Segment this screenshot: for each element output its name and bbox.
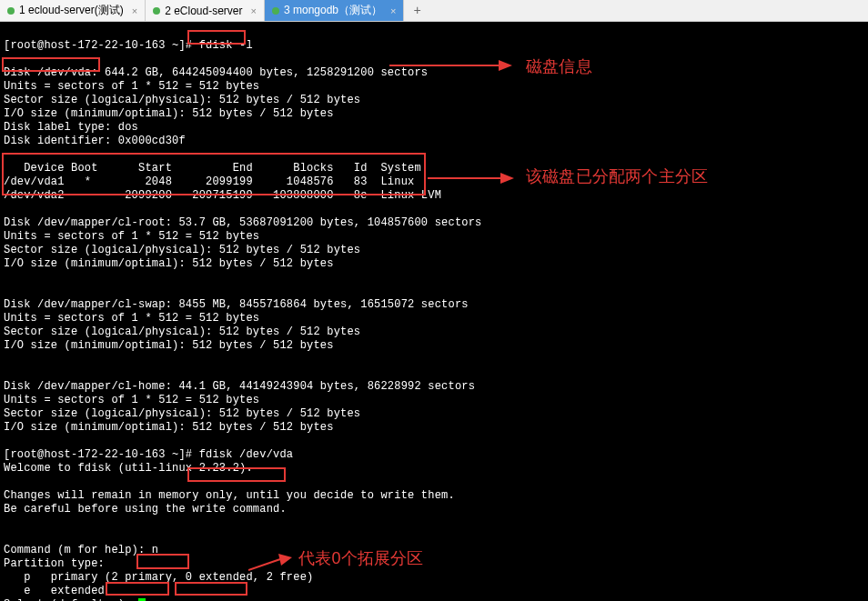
- tab-label: 1 ecloud-server(测试): [19, 3, 124, 18]
- terminal-output[interactable]: [root@host-172-22-10-163 ~]# fdisk -l Di…: [0, 22, 868, 601]
- output-line: Disk /dev/vda: 644.2 GB, 644245094400 by…: [4, 66, 428, 79]
- close-icon[interactable]: ×: [251, 5, 257, 16]
- add-tab-button[interactable]: +: [404, 0, 429, 21]
- output-line: Disk identifier: 0x000cd30f: [4, 135, 186, 147]
- tab-label: 3 mongodb（测试）: [284, 3, 382, 18]
- output-line: Units = sectors of 1 * 512 = 512 bytes: [4, 394, 259, 406]
- output-line: e extended: [4, 585, 105, 597]
- annotation-text-extended: 代表0个拓展分区: [298, 552, 424, 566]
- output-line: I/O size (minimum/optimal): 512 bytes / …: [4, 421, 334, 434]
- plus-icon: +: [413, 4, 420, 18]
- output-line: Sector size (logical/physical): 512 byte…: [4, 94, 360, 106]
- output-line: Disk /dev/mapper/cl-swap: 8455 MB, 84557…: [4, 298, 469, 311]
- tab-3[interactable]: 3 mongodb（测试） ×: [265, 0, 404, 21]
- command: fdisk /dev/vda: [199, 448, 294, 461]
- table-header: Device Boot Start End Blocks Id System: [4, 162, 421, 175]
- tab-1[interactable]: 1 ecloud-server(测试) ×: [0, 0, 146, 21]
- annotation-text-disk-info: 磁盘信息: [526, 60, 592, 74]
- output-line: Sector size (logical/physical): 512 byte…: [4, 244, 360, 256]
- arrow-icon: [428, 167, 519, 189]
- output-line: Units = sectors of 1 * 512 = 512 bytes: [4, 80, 259, 93]
- output-line: I/O size (minimum/optimal): 512 bytes / …: [4, 339, 334, 352]
- output-line: Units = sectors of 1 * 512 = 512 bytes: [4, 230, 259, 243]
- output-line: Disk /dev/mapper/cl-home: 44.1 GB, 44149…: [4, 380, 475, 393]
- tab-2[interactable]: 2 eCloud-server ×: [146, 0, 265, 21]
- output-line: Sector size (logical/physical): 512 byte…: [4, 407, 360, 420]
- prompt: [root@host-172-22-10-163 ~]#: [4, 39, 199, 52]
- annotation-box-2-primary: [106, 582, 169, 596]
- output-line: Sector size (logical/physical): 512 byte…: [4, 326, 360, 338]
- table-row: /dev/vda1 * 2048 2099199 1048576 83 Linu…: [4, 175, 414, 188]
- prompt: [root@host-172-22-10-163 ~]#: [4, 448, 199, 461]
- svg-marker-1: [499, 60, 512, 71]
- close-icon[interactable]: ×: [390, 5, 396, 16]
- annotation-text-partition: 该磁盘已分配两个主分区: [526, 170, 708, 184]
- status-dot-icon: [153, 7, 160, 15]
- tab-bar: 1 ecloud-server(测试) × 2 eCloud-server × …: [0, 0, 868, 22]
- output-line: Disk label type: dos: [4, 121, 138, 134]
- status-dot-icon: [272, 7, 279, 15]
- output-line: Units = sectors of 1 * 512 = 512 bytes: [4, 312, 259, 325]
- output-line: Changes will remain in memory only, unti…: [4, 489, 455, 502]
- output-line: Welcome to fdisk (util-linux 2.23.2).: [4, 462, 253, 475]
- output-line: Command (m for help):: [4, 544, 152, 556]
- close-icon[interactable]: ×: [132, 5, 137, 16]
- output-line: Disk /dev/mapper/cl-root: 53.7 GB, 53687…: [4, 216, 481, 229]
- tab-label: 2 eCloud-server: [165, 5, 242, 17]
- svg-marker-3: [500, 173, 514, 184]
- output-line: I/O size (minimum/optimal): 512 bytes / …: [4, 107, 334, 120]
- user-input: n: [152, 544, 158, 556]
- status-dot-icon: [7, 7, 15, 15]
- command: fdisk -l: [199, 39, 253, 52]
- output-line: I/O size (minimum/optimal): 512 bytes / …: [4, 257, 334, 270]
- svg-marker-5: [278, 554, 292, 566]
- annotation-box-0-extended: [175, 582, 247, 596]
- output-line: p primary (2 primary, 0 extended, 2 free…: [4, 571, 313, 584]
- output-line: Partition type:: [4, 557, 105, 570]
- output-line: Be careful before using the write comman…: [4, 503, 287, 516]
- svg-line-4: [248, 559, 280, 570]
- table-row: /dev/vda2 2099200 209715199 103808000 8e…: [4, 189, 441, 202]
